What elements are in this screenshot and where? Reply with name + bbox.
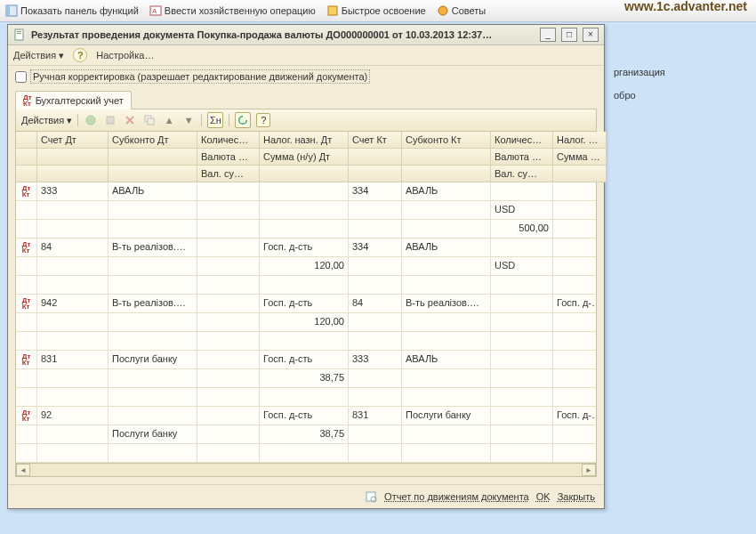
cell[interactable]: Госп. д-сть [260,351,349,369]
sum-icon[interactable]: Σн [207,112,223,128]
cell[interactable]: 333 [37,182,109,201]
column-header[interactable]: Количес… [491,132,553,149]
cell[interactable] [260,388,349,407]
cell[interactable] [553,351,596,369]
cell[interactable] [197,313,260,332]
cell[interactable] [491,369,553,388]
ok-button[interactable]: OK [536,491,551,502]
cell[interactable] [37,369,109,388]
cell[interactable] [491,239,553,257]
cell[interactable] [109,220,197,239]
help-icon[interactable]: ? [73,48,87,62]
cell[interactable] [402,313,491,332]
cell[interactable] [197,369,260,388]
column-header[interactable] [402,166,491,182]
cell[interactable]: 500,00 [491,220,553,239]
column-header[interactable] [16,132,37,149]
cell[interactable] [197,182,260,201]
cell[interactable] [553,369,596,388]
cell[interactable] [553,201,596,220]
column-header[interactable]: Счет Кт [349,132,402,149]
up-icon[interactable]: ▲ [162,113,176,127]
cell[interactable] [197,425,260,444]
table-row[interactable]: ДтКт333АВАЛЬ334АВАЛЬ [16,182,596,201]
table-row[interactable]: ДтКт92Госп. д-сть831Послуги банкуГосп. д… [16,407,596,425]
cell[interactable] [260,444,349,463]
cell[interactable] [553,425,596,444]
column-header[interactable] [37,166,109,182]
cell[interactable] [37,313,109,332]
maximize-button[interactable]: □ [561,28,577,42]
column-header[interactable]: Субконто Кт [402,132,491,149]
minimize-button[interactable]: _ [540,28,556,42]
cell[interactable] [402,444,491,463]
toolbar-enter-op[interactable]: A Ввести хозяйственную операцию [149,4,316,17]
cell[interactable]: Госп. д-сть [260,407,349,425]
cell[interactable] [109,444,197,463]
cell[interactable] [553,257,596,276]
cell[interactable] [109,388,197,407]
toolbar-quick-learn[interactable]: Быстрое освоение [326,4,426,17]
cell[interactable] [349,369,402,388]
cell[interactable] [553,388,596,407]
column-header[interactable]: Налог. назн. Дт [260,132,349,149]
cell[interactable]: Послуги банку [109,425,197,444]
table-row[interactable] [16,332,596,351]
column-header[interactable] [553,166,607,182]
close-button[interactable]: × [583,28,599,42]
cell[interactable] [349,388,402,407]
cell[interactable]: 84 [349,295,402,313]
cell[interactable] [37,425,109,444]
column-header[interactable]: Вал. су… [197,166,260,182]
cell[interactable] [491,444,553,463]
cell[interactable] [491,182,553,201]
help-icon[interactable]: ? [256,113,270,127]
cell[interactable]: В-ть реалізов.… [109,239,197,257]
manual-correction-checkbox[interactable] [15,71,27,83]
cell[interactable] [553,313,596,332]
cell[interactable] [402,220,491,239]
column-header[interactable]: Счет Дт [37,132,109,149]
cell[interactable]: Послуги банку [109,351,197,369]
cell[interactable] [197,220,260,239]
table-row[interactable]: Послуги банку38,75 [16,425,596,444]
cell[interactable] [197,257,260,276]
cell[interactable] [349,444,402,463]
cell[interactable] [553,220,596,239]
table-row[interactable]: 120,00USD [16,257,596,276]
cell[interactable] [402,257,491,276]
settings-link[interactable]: Настройка… [96,50,154,61]
cell[interactable]: Госп. д-сть [553,407,596,425]
cell[interactable] [109,313,197,332]
cell[interactable]: 120,00 [260,257,349,276]
cell[interactable] [402,201,491,220]
cell[interactable] [491,332,553,351]
cell[interactable]: 831 [349,407,402,425]
column-header[interactable] [349,149,402,166]
cell[interactable]: Госп. д-сть [260,295,349,313]
cell[interactable] [349,201,402,220]
cell[interactable] [197,276,260,295]
toolbar-tips[interactable]: Советы [437,4,486,17]
cell[interactable] [109,276,197,295]
cell[interactable] [553,332,596,351]
column-header[interactable] [16,166,37,182]
column-header[interactable]: Валюта … [491,149,553,166]
cell[interactable] [197,332,260,351]
cell[interactable] [260,201,349,220]
cell[interactable] [553,276,596,295]
cell[interactable] [402,276,491,295]
cell[interactable] [349,332,402,351]
column-header[interactable]: Количес… [197,132,260,149]
cell[interactable]: В-ть реалізов.… [402,295,491,313]
column-header[interactable] [16,149,37,166]
cell[interactable] [109,369,197,388]
cell[interactable] [491,407,553,425]
edit-icon[interactable] [103,113,117,127]
cell[interactable] [553,182,596,201]
cell[interactable] [37,276,109,295]
table-row[interactable]: 500,00 [16,220,596,239]
column-header[interactable]: Сумма (н/у [553,149,607,166]
cell[interactable]: Госп. д-сть [553,295,596,313]
column-header[interactable] [109,166,197,182]
